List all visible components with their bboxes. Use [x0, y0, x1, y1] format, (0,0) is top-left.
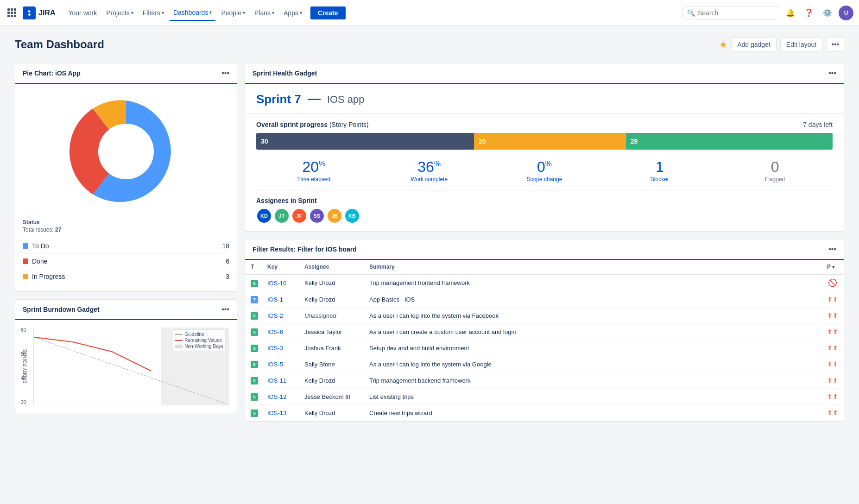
priority-icon-high: ⬆⬆ [827, 377, 838, 384]
issue-key-link[interactable]: IOS-10 [267, 280, 286, 287]
issue-type-icon: S [251, 377, 258, 384]
notifications-button[interactable]: 🔔 [783, 6, 798, 20]
pb-segment-yellow: 20 [474, 133, 626, 150]
chevron-down-icon: ▾ [131, 10, 133, 15]
pie-chart-header: Pie Chart: iOS App ••• [15, 63, 237, 84]
chevron-down-icon: ▾ [300, 10, 302, 15]
assignee-avatar-6[interactable]: KB [344, 208, 360, 224]
burndown-menu-button[interactable]: ••• [221, 305, 229, 314]
pie-chart-menu-button[interactable]: ••• [221, 69, 229, 77]
pie-chart-title: Pie Chart: iOS App [23, 69, 81, 77]
issue-type-icon: S [251, 280, 258, 287]
assignee-avatar-4[interactable]: SS [309, 208, 325, 224]
nav-item-apps[interactable]: Apps ▾ [280, 6, 306, 19]
jira-logo[interactable]: JIRA [23, 6, 55, 19]
burndown-title: Sprint Burndown Gadget [23, 306, 100, 313]
legend-dot-inprogress [23, 274, 28, 279]
search-box[interactable]: 🔍 [682, 6, 779, 19]
nav-item-dashboards[interactable]: Dashboards ▾ [170, 5, 216, 21]
issue-key-link[interactable]: IOS-6 [267, 328, 283, 335]
filter-results-body: T Key Assignee Summary P ▾ [245, 260, 844, 421]
sprint-health-gadget: Sprint Health Gadget ••• Sprint 7 IOS ap… [245, 63, 844, 232]
nav-item-plans[interactable]: Plans ▾ [251, 6, 278, 19]
settings-button[interactable]: ⚙️ [820, 6, 835, 20]
sprint-separator [308, 99, 321, 100]
search-input[interactable] [698, 9, 774, 17]
table-row: S IOS-13 Kelly Drozd Create new trips wi… [245, 405, 844, 421]
nav-item-people[interactable]: People ▾ [217, 6, 249, 19]
issue-key-link[interactable]: IOS-3 [267, 345, 283, 352]
sprint-progress-title: Overall sprint progress (Story Points) [256, 121, 369, 128]
assignees-section: Assignees in Sprint KD JT JF SS JB KB [256, 197, 833, 224]
create-button[interactable]: Create [310, 6, 346, 19]
sprint-body: Overall sprint progress (Story Points) 7… [245, 113, 844, 231]
stat-label-scope: Scope change [487, 176, 602, 183]
filter-results-menu-button[interactable]: ••• [828, 245, 836, 253]
priority-icon-high: ⬆⬆ [827, 312, 838, 319]
chevron-down-icon: ▾ [209, 10, 212, 15]
add-gadget-button[interactable]: Add gadget [731, 38, 777, 51]
burndown-gadget: Sprint Burndown Gadget ••• STORY POINTS … [15, 299, 237, 413]
chevron-down-icon: ▾ [162, 10, 164, 15]
more-options-button[interactable]: ••• [826, 37, 844, 52]
assignee-avatar-1[interactable]: KD [256, 208, 272, 224]
stat-scope-change: 0% Scope change [487, 159, 602, 183]
issue-key-link[interactable]: IOS-11 [267, 377, 286, 384]
burndown-header: Sprint Burndown Gadget ••• [15, 300, 237, 320]
sprint-health-header: Sprint Health Gadget ••• [245, 63, 844, 84]
col-header-priority[interactable]: P ▾ [821, 260, 844, 274]
assignees-title: Assignees in Sprint [256, 197, 833, 204]
jira-brand-label: JIRA [38, 9, 55, 17]
sprint-board-name: IOS app [327, 94, 365, 106]
remaining-values-line [34, 337, 151, 371]
sprint-health-title: Sprint Health Gadget [253, 69, 317, 77]
left-column: Pie Chart: iOS App ••• [15, 63, 237, 422]
apps-grid-icon[interactable] [6, 6, 18, 19]
filter-results-gadget: Filter Results: Filter for IOS board •••… [245, 239, 844, 422]
sprint-days-left: 7 days left [803, 121, 833, 128]
legend-remaining: Remaining Values [184, 338, 221, 343]
edit-layout-button[interactable]: Edit layout [780, 38, 822, 51]
issue-key-link[interactable]: IOS-13 [267, 410, 286, 416]
assignee-avatar-3[interactable]: JF [291, 208, 307, 224]
pb-segment-green: 28 [626, 133, 833, 150]
nav-item-your-work[interactable]: Your work [64, 6, 101, 19]
dashboard-grid: Pie Chart: iOS App ••• [15, 63, 844, 422]
filter-table: T Key Assignee Summary P ▾ [245, 260, 844, 421]
col-header-summary: Summary [366, 260, 821, 274]
col-header-key: Key [264, 260, 301, 274]
table-row: S IOS-5 Sally Stone As a user i can log … [245, 356, 844, 372]
legend-nonworking: Non-Working Days [184, 344, 223, 349]
legend-label-inprogress: In Progress [32, 273, 65, 280]
legend-count-inprogress: 3 [226, 273, 229, 280]
priority-icon-high: ⬆⬆ [827, 296, 838, 303]
pb-segment-gray: 30 [256, 133, 474, 150]
nav-item-projects[interactable]: Projects ▾ [102, 6, 137, 19]
user-avatar[interactable]: U [839, 6, 853, 20]
right-column: Sprint Health Gadget ••• Sprint 7 IOS ap… [245, 63, 844, 422]
legend-item-inprogress: In Progress 3 [23, 269, 229, 284]
star-button[interactable]: ★ [719, 39, 727, 50]
legend-label-done: Done [32, 258, 47, 265]
sprint-health-menu-button[interactable]: ••• [828, 69, 836, 77]
issue-key-link[interactable]: IOS-12 [267, 393, 286, 400]
issue-key-link[interactable]: IOS-2 [267, 312, 283, 319]
issue-type-icon: S [251, 410, 258, 417]
help-button[interactable]: ❓ [802, 6, 816, 20]
stat-time-elapsed: 20% Time elapsed [256, 159, 372, 183]
table-row: S IOS-11 Kelly Drozd Trip management bac… [245, 372, 844, 389]
table-row: S IOS-6 Jessica Taylor As a user i can c… [245, 324, 844, 340]
table-row: S IOS-10 Kelly Drozd Trip management fro… [245, 274, 844, 291]
stat-work-complete: 36% Work complete [372, 159, 487, 183]
issue-type-icon: S [251, 345, 258, 352]
issue-key-link[interactable]: IOS-1 [267, 296, 283, 303]
page-title: Team Dashboard [15, 38, 104, 51]
table-row: S IOS-2 Unassigned As a user i can log i… [245, 308, 844, 324]
sprint-name: Sprint 7 [256, 92, 301, 107]
assignee-avatar-2[interactable]: JT [274, 208, 290, 224]
top-nav: JIRA Your work Projects ▾ Filters ▾ Dash… [0, 0, 859, 26]
nav-item-filters[interactable]: Filters ▾ [139, 6, 168, 19]
assignee-avatar-5[interactable]: JB [327, 208, 342, 224]
legend-item-done: Done 6 [23, 254, 229, 269]
issue-key-link[interactable]: IOS-5 [267, 361, 283, 368]
